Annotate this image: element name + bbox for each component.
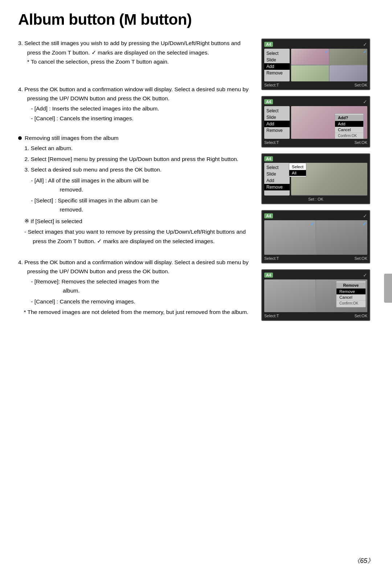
cancel-remove-item: - [Cancel] : Cancels the removing images… <box>31 297 254 306</box>
panel4-check: ✓ <box>363 213 367 219</box>
panel5-image: Remove Remove Cancel Confirm:OK <box>264 279 367 312</box>
panel5-footer-right: Set:OK <box>355 314 367 318</box>
panel2-menu: Select Slide Add Remove <box>264 106 290 139</box>
panel3-footer-center: Set : OK <box>308 197 323 201</box>
popup2-cancel: Cancel <box>335 127 363 133</box>
section-4-add: 4. Press the OK button and a confirmatio… <box>18 85 254 123</box>
p3-menu-select: Select <box>264 164 290 171</box>
panel4-footer-right: Set:OK <box>355 256 367 261</box>
menu-select: Select <box>264 50 290 57</box>
panel3-menu: Select Slide Add Remove Select All <box>264 163 290 196</box>
page-title: Album button (M button) <box>18 11 374 28</box>
select-item: - [Select] : Specific still images in th… <box>31 196 254 214</box>
panel2-badge: A4 <box>264 99 273 104</box>
panel4-badge: A4 <box>264 213 273 218</box>
page-number: 《65》 <box>354 556 374 565</box>
popup5-confirm: Confirm:OK <box>336 300 366 306</box>
note-select: ※ If [Select] is selected <box>18 217 254 226</box>
bullet-dot <box>18 136 22 140</box>
cancel-item: - [Cancel] : Cancels the inserting image… <box>31 114 254 123</box>
panel1-footer-left: Select:T <box>264 83 279 87</box>
menu-add-active: Add <box>264 63 290 70</box>
section4-add-intro: 4. Press the OK button and a confirmatio… <box>18 85 254 103</box>
p2-menu-add-active: Add <box>264 121 290 127</box>
menu-remove: Remove <box>264 70 290 76</box>
p4-check1: ✓ <box>310 221 315 227</box>
panel-1: A4 ✓ Select Slide Add Remove ✓ ✓ <box>261 39 370 90</box>
p3-menu-remove-active: Remove <box>264 184 290 190</box>
step2: 2. Select [Remove] menu by pressing the … <box>25 154 254 164</box>
panel4-footer-left: Select:T <box>264 256 279 261</box>
submenu-title: Select <box>289 164 306 170</box>
panel5-badge: A4 <box>264 273 273 278</box>
removing-section: Removing still images from the album 1. … <box>18 135 254 246</box>
add-item: - [Add] : Inserts the selected images in… <box>31 104 254 113</box>
panel1-check: ✓ <box>363 41 367 47</box>
section3-cancel-note: * To cancel the selection, press the Zoo… <box>18 57 254 67</box>
panel1-footer-right: Set:OK <box>355 83 367 87</box>
p4-check2: ✓ <box>362 221 367 227</box>
panel-4: A4 ✓ ✓ ✓ Select:T Set:OK <box>261 210 370 263</box>
panel2-check: ✓ <box>363 99 367 105</box>
all-item: - [All] : All of the still images in the… <box>31 176 254 194</box>
panel2-footer-left: Select:T <box>264 140 279 145</box>
side-tab <box>384 274 392 303</box>
panel-2: A4 ✓ Select Slide Add Remove Add? Add Ca… <box>261 96 370 148</box>
panel2-image: Add? Add Cancel Confirm:OK <box>291 106 367 139</box>
check-mark-symbol: ✓ <box>91 49 96 56</box>
panel2-footer-right: Set:OK <box>355 140 367 145</box>
panel5-popup: Remove Remove Cancel Confirm:OK <box>336 281 366 307</box>
check-sym2: ✓ <box>97 238 102 244</box>
popup2-confirm: Confirm:OK <box>335 133 363 138</box>
memory-note: * The removed images are not deleted fro… <box>18 307 254 317</box>
section-4-remove: 4. Press the OK button and a confirmatio… <box>18 258 254 317</box>
p2-menu-slide: Slide <box>264 114 290 121</box>
panel1-image: ✓ ✓ <box>291 49 367 81</box>
p3-menu-add: Add <box>264 177 290 184</box>
removing-title: Removing still images from the album <box>25 135 118 141</box>
menu-slide: Slide <box>264 57 290 63</box>
panel5-footer-left: Select:T <box>264 314 279 318</box>
popup5-remove: Remove <box>336 289 366 294</box>
check2: ✓ <box>363 49 367 55</box>
section3-check-note: marks are displayed on the selected imag… <box>98 49 209 56</box>
step3: 3. Select a desired sub menu and press t… <box>25 165 254 174</box>
popup2-add: Add <box>335 121 363 127</box>
panels-column: A4 ✓ Select Slide Add Remove ✓ ✓ <box>261 39 374 329</box>
popup2-title: Add? <box>335 115 363 121</box>
panel1-menu: Select Slide Add Remove <box>264 49 290 81</box>
panel4-image: ✓ ✓ <box>264 220 367 255</box>
section3-intro: 3. Select the still images you wish to a… <box>18 39 254 57</box>
section4-remove-intro: 4. Press the OK button and a confirmatio… <box>18 258 254 276</box>
p2-menu-select: Select <box>264 108 290 114</box>
panel3-badge: A4 <box>264 156 273 161</box>
check1: ✓ <box>324 49 328 55</box>
panel-5: A4 ✓ Remove Remove Cancel Confirm:OK <box>261 269 370 321</box>
section-3-add: 3. Select the still images you wish to a… <box>18 39 254 67</box>
popup5-title: Remove <box>336 282 366 289</box>
panel1-badge: A4 <box>264 42 273 47</box>
note-detail: - Select images that you want to remove … <box>18 227 254 246</box>
popup5-cancel: Cancel <box>336 294 366 300</box>
panel-3: A4 Select Slide Add Remove Select All <box>261 153 370 204</box>
step1: 1. Select an album. <box>25 144 254 153</box>
submenu-all: All <box>289 170 306 176</box>
p2-menu-remove: Remove <box>264 127 290 134</box>
panel5-check: ✓ <box>363 272 367 278</box>
remove-item: - [Remove]: Removes the selected images … <box>31 277 254 295</box>
panel2-popup: Add? Add Cancel Confirm:OK <box>335 113 364 139</box>
p3-menu-slide: Slide <box>264 171 290 177</box>
